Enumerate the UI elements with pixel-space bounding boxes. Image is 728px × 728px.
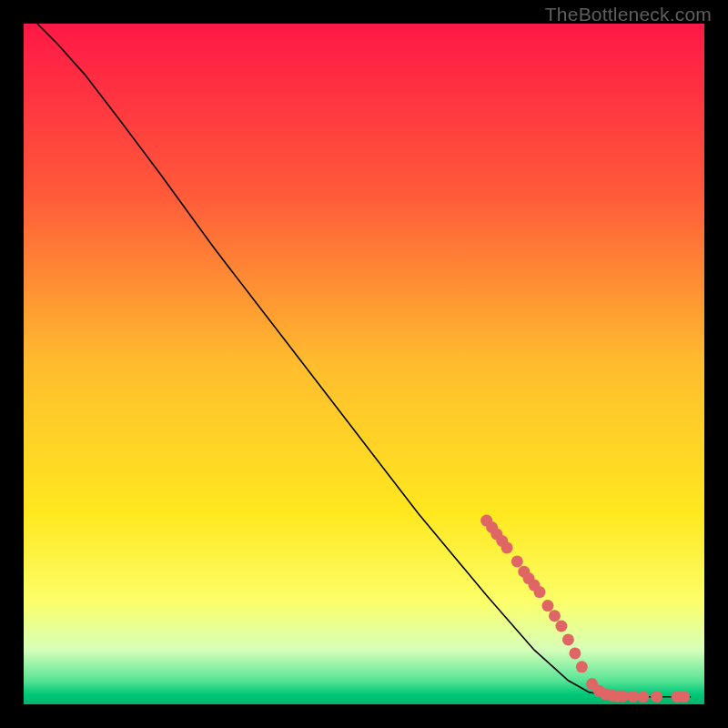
- chart-plot-area: [24, 24, 704, 704]
- highlight-dot: [569, 647, 581, 659]
- highlight-dot: [627, 691, 639, 703]
- highlight-dot: [555, 620, 567, 632]
- highlight-dot: [637, 691, 649, 703]
- chart-svg: [24, 24, 704, 704]
- highlight-dot: [501, 541, 513, 553]
- highlight-dot: [678, 691, 690, 703]
- highlight-dot: [511, 555, 523, 567]
- chart-background: [24, 24, 704, 704]
- watermark-text: TheBottleneck.com: [545, 4, 712, 25]
- highlight-dot: [533, 586, 545, 598]
- highlight-dot: [651, 691, 662, 703]
- highlight-dot: [541, 600, 553, 612]
- highlight-dot: [617, 691, 629, 703]
- highlight-dot: [562, 633, 574, 645]
- highlight-dot: [576, 661, 588, 672]
- highlight-dot: [549, 610, 561, 622]
